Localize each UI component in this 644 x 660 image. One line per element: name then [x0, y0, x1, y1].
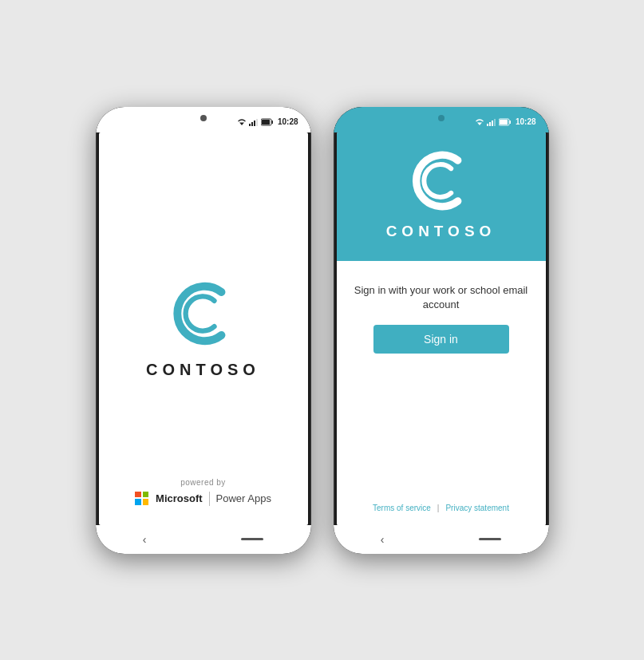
- blue-screen: CONTOSO Sign in with your work or school…: [337, 132, 546, 525]
- svg-rect-10: [489, 122, 491, 126]
- white-screen: CONTOSO powered by Microsoft Power Apps: [99, 132, 308, 525]
- phone-splash: 10:28 CONTOSO powered by: [96, 107, 311, 554]
- app-name-white: CONTOSO: [146, 361, 260, 379]
- camera-dot: [200, 115, 207, 121]
- back-arrow-icon[interactable]: ‹: [143, 533, 147, 546]
- battery-icon-blue: [499, 118, 512, 126]
- footer-separator: |: [437, 504, 440, 512]
- sign-in-text: Sign in with your work or school email a…: [353, 283, 530, 312]
- home-indicator[interactable]: [241, 538, 263, 540]
- time-display-blue: 10:28: [516, 117, 536, 126]
- ms-square-blue: [135, 499, 141, 505]
- status-bar-blue: 10:28: [334, 107, 549, 132]
- ms-square-red: [135, 492, 141, 498]
- bottom-bar-white: ‹: [96, 525, 311, 554]
- powerapps-text: Power Apps: [216, 492, 271, 504]
- privacy-statement-link[interactable]: Privacy statement: [445, 504, 508, 512]
- splash-content: CONTOSO: [99, 132, 308, 525]
- powered-by-label: powered by: [180, 478, 226, 487]
- back-arrow-icon-blue[interactable]: ‹: [381, 533, 385, 546]
- time-display-white: 10:28: [278, 117, 298, 126]
- phone-signin: 10:28 CONTOSO Sign in with your work or …: [334, 107, 549, 554]
- powered-by-section: powered by Microsoft Power Apps: [99, 478, 308, 506]
- svg-rect-15: [500, 120, 508, 124]
- svg-marker-0: [239, 122, 244, 125]
- home-indicator-blue[interactable]: [479, 538, 501, 540]
- wifi-icon-blue: [475, 118, 484, 126]
- blue-header: CONTOSO: [337, 132, 546, 261]
- contoso-logo-white: [168, 278, 239, 350]
- svg-rect-14: [509, 121, 511, 124]
- sign-in-section: Sign in with your work or school email a…: [353, 283, 530, 354]
- ms-square-yellow: [143, 499, 149, 505]
- svg-marker-8: [477, 122, 482, 125]
- svg-rect-4: [256, 119, 258, 126]
- app-name-blue: CONTOSO: [386, 223, 496, 240]
- svg-rect-11: [492, 121, 493, 126]
- footer-links: Terms of service | Privacy statement: [373, 504, 509, 512]
- svg-rect-9: [487, 124, 488, 126]
- svg-rect-2: [251, 122, 253, 126]
- camera-dot-blue: [438, 115, 444, 121]
- ms-square-green: [143, 492, 149, 498]
- signal-icon: [249, 118, 259, 126]
- bottom-bar-blue: ‹: [334, 525, 549, 554]
- svg-rect-12: [494, 119, 496, 126]
- branding-divider: [209, 492, 210, 506]
- sign-in-button[interactable]: Sign in: [373, 325, 509, 354]
- battery-icon: [261, 118, 274, 126]
- status-bar-white: 10:28: [96, 107, 311, 132]
- svg-rect-3: [254, 121, 255, 126]
- terms-of-service-link[interactable]: Terms of service: [373, 504, 431, 512]
- svg-rect-7: [262, 120, 270, 124]
- signal-icon-blue: [487, 118, 496, 126]
- wifi-icon: [237, 118, 247, 126]
- scene: 10:28 CONTOSO powered by: [96, 107, 549, 554]
- blue-body: Sign in with your work or school email a…: [337, 261, 546, 525]
- svg-rect-6: [271, 121, 273, 124]
- status-icons: 10:28: [237, 117, 298, 126]
- svg-rect-1: [249, 124, 251, 126]
- microsoft-logo-icon: [135, 492, 149, 506]
- microsoft-text: Microsoft: [156, 492, 203, 504]
- contoso-logo-blue: [407, 147, 475, 215]
- microsoft-branding: Microsoft Power Apps: [135, 492, 271, 506]
- status-icons-blue: 10:28: [475, 117, 536, 126]
